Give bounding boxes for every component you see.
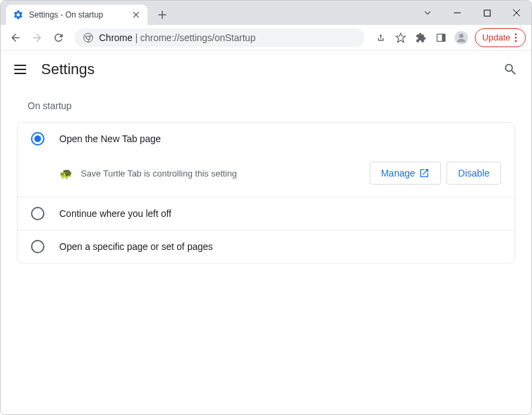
page-title: Settings: [41, 61, 503, 78]
settings-content: On startup Open the New Tab page 🐢 Save …: [1, 88, 531, 263]
update-label: Update: [482, 32, 510, 42]
address-bar[interactable]: Chrome | chrome://settings/onStartup: [75, 28, 364, 47]
extension-notice-row: 🐢 Save Turtle Tab is controlling this se…: [18, 155, 514, 197]
section-title: On startup: [17, 88, 515, 122]
extensions-icon[interactable]: [411, 28, 430, 47]
option-label: Continue where you left off: [59, 208, 171, 219]
maximize-button[interactable]: [472, 1, 502, 25]
chrome-icon: [83, 32, 94, 43]
radio-unselected-icon[interactable]: [31, 207, 44, 220]
url-text: Chrome | chrome://settings/onStartup: [99, 32, 255, 43]
svg-point-6: [459, 34, 463, 38]
svg-point-9: [515, 40, 517, 42]
tab-title: Settings - On startup: [29, 10, 131, 20]
update-button[interactable]: Update: [475, 28, 526, 47]
option-specific-pages[interactable]: Open a specific page or set of pages: [18, 230, 514, 263]
menu-icon[interactable]: [14, 61, 30, 77]
forward-button[interactable]: [28, 28, 46, 47]
turtle-icon: 🐢: [59, 167, 73, 180]
option-label: Open a specific page or set of pages: [59, 241, 213, 252]
minimize-button[interactable]: [442, 1, 472, 25]
reload-button[interactable]: [49, 28, 68, 47]
profile-avatar-icon[interactable]: [452, 28, 471, 47]
option-new-tab[interactable]: Open the New Tab page: [18, 123, 514, 155]
disable-button[interactable]: Disable: [446, 162, 501, 185]
option-continue[interactable]: Continue where you left off: [18, 197, 514, 230]
option-label: Open the New Tab page: [59, 133, 161, 144]
gear-icon: [13, 9, 24, 20]
search-icon[interactable]: [503, 62, 518, 77]
share-icon[interactable]: [371, 28, 390, 47]
svg-point-7: [515, 33, 517, 35]
radio-selected-icon[interactable]: [31, 132, 44, 146]
window-controls: [413, 1, 531, 25]
svg-rect-4: [442, 34, 445, 41]
manage-button[interactable]: Manage: [370, 162, 442, 185]
menu-dots-icon: [514, 33, 517, 42]
browser-tab[interactable]: Settings - On startup: [6, 5, 147, 25]
tab-search-caret-icon[interactable]: [413, 9, 442, 17]
close-window-button[interactable]: [502, 1, 531, 25]
browser-toolbar: Chrome | chrome://settings/onStartup Upd…: [1, 25, 531, 51]
radio-unselected-icon[interactable]: [31, 240, 44, 253]
svg-rect-0: [484, 10, 490, 16]
extension-notice-text: Save Turtle Tab is controlling this sett…: [81, 168, 364, 179]
svg-point-8: [515, 36, 517, 38]
open-external-icon: [419, 168, 430, 179]
new-tab-button[interactable]: [153, 5, 172, 24]
side-panel-icon[interactable]: [432, 28, 451, 47]
startup-card: Open the New Tab page 🐢 Save Turtle Tab …: [17, 122, 515, 263]
back-button[interactable]: [6, 28, 25, 47]
settings-header: Settings: [1, 51, 531, 88]
close-tab-icon[interactable]: [131, 10, 141, 20]
bookmark-star-icon[interactable]: [391, 28, 410, 47]
